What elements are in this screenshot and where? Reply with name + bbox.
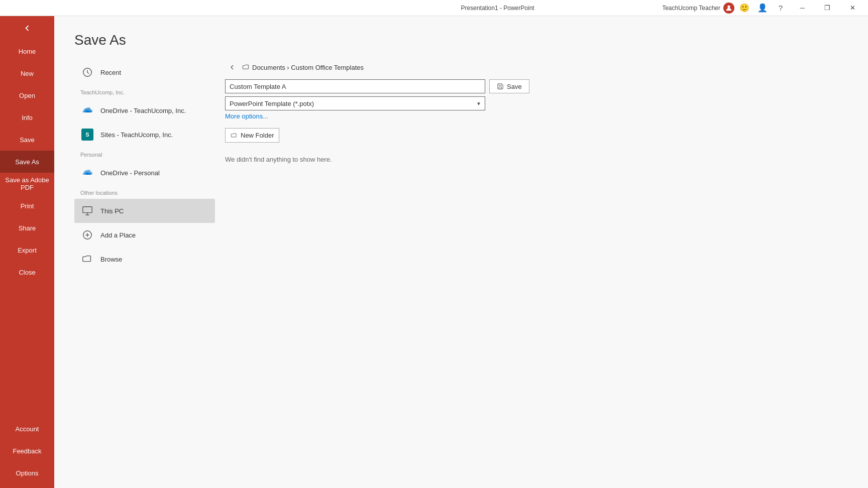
breadcrumb-path: Documents › Custom Office Templates [242, 63, 364, 71]
svg-point-0 [727, 5, 730, 8]
sidebar-back-button[interactable] [0, 16, 54, 40]
teachucomp-section-label: TeachUcomp, Inc. [74, 84, 215, 98]
new-folder-button[interactable]: New Folder [225, 128, 279, 143]
format-select[interactable]: PowerPoint Template (*.potx) PowerPoint … [225, 96, 485, 110]
sidebar-item-info[interactable]: Info [0, 106, 54, 129]
sidebar-item-home[interactable]: Home [0, 40, 54, 62]
window-title: Presentation1 - PowerPoint [333, 5, 662, 12]
sidebar-item-feedback[interactable]: Feedback [0, 440, 54, 462]
window-controls: TeachUcomp Teacher 🙂 👤 ? ─ ❐ ✕ [662, 0, 864, 16]
sharepoint-icon: S [80, 128, 94, 142]
user-info: TeachUcomp Teacher [662, 3, 734, 14]
other-section-label: Other locations [74, 185, 215, 199]
format-select-wrapper: PowerPoint Template (*.potx) PowerPoint … [225, 96, 485, 110]
filename-input[interactable] [225, 79, 485, 93]
save-panel: Documents › Custom Office Templates Save [215, 60, 848, 478]
sidebar: Home New Open Info Save Save As Save as … [0, 16, 54, 488]
location-add-place[interactable]: Add a Place [74, 223, 215, 247]
page-title: Save As [74, 32, 848, 48]
location-panel: Recent TeachUcomp, Inc. OneDrive - Teach… [74, 60, 215, 478]
main-area: Recent TeachUcomp, Inc. OneDrive - Teach… [74, 60, 848, 478]
sidebar-item-open[interactable]: Open [0, 84, 54, 106]
restore-button[interactable]: ❐ [816, 0, 839, 16]
onedrive-teach-icon [80, 103, 94, 117]
save-button[interactable]: Save [489, 79, 529, 93]
sidebar-item-export[interactable]: Export [0, 239, 54, 261]
sidebar-nav: Home New Open Info Save Save As Save as … [0, 40, 54, 418]
sidebar-item-save-adobe[interactable]: Save as Adobe PDF [0, 173, 54, 195]
location-recent[interactable]: Recent [74, 60, 215, 84]
svg-rect-8 [499, 87, 502, 89]
breadcrumb-bar: Documents › Custom Office Templates [225, 60, 848, 74]
empty-message: We didn't find anything to show here. [225, 151, 848, 168]
location-browse[interactable]: Browse [74, 247, 215, 271]
sidebar-item-save[interactable]: Save [0, 129, 54, 151]
personal-section-label: Personal [74, 147, 215, 161]
location-sites-teach[interactable]: S Sites - TeachUcomp, Inc. [74, 123, 215, 147]
close-button[interactable]: ✕ [841, 0, 864, 16]
more-options-link[interactable]: More options... [225, 112, 848, 120]
add-place-icon [80, 228, 94, 242]
sidebar-item-new[interactable]: New [0, 62, 54, 84]
sidebar-item-share[interactable]: Share [0, 217, 54, 239]
location-onedrive-teach[interactable]: OneDrive - TeachUcomp, Inc. [74, 98, 215, 123]
onedrive-personal-icon [80, 166, 94, 180]
sidebar-item-options[interactable]: Options [0, 462, 54, 484]
sidebar-item-save-as[interactable]: Save As [0, 151, 54, 173]
main-content: Save As Recent TeachUcomp, Inc. [54, 16, 868, 488]
filename-row: Save [225, 79, 848, 93]
breadcrumb-back-button[interactable] [225, 60, 239, 74]
format-row: PowerPoint Template (*.potx) PowerPoint … [225, 96, 848, 110]
emoji-icon[interactable]: 🙂 [736, 0, 752, 16]
profile-avatar[interactable] [723, 3, 734, 14]
account-icon[interactable]: 👤 [754, 0, 771, 16]
pc-icon [80, 204, 94, 218]
sidebar-bottom: Account Feedback Options [0, 418, 54, 488]
browse-icon [80, 252, 94, 266]
sidebar-item-print[interactable]: Print [0, 195, 54, 217]
title-bar: Presentation1 - PowerPoint TeachUcomp Te… [0, 0, 868, 16]
help-icon[interactable]: ? [773, 0, 789, 16]
svg-rect-2 [83, 207, 92, 213]
sidebar-item-close[interactable]: Close [0, 261, 54, 283]
app-body: Home New Open Info Save Save As Save as … [0, 16, 868, 488]
username-label: TeachUcomp Teacher [662, 5, 720, 12]
sharepoint-logo: S [81, 129, 93, 141]
location-this-pc[interactable]: This PC [74, 199, 215, 223]
sidebar-item-account[interactable]: Account [0, 418, 54, 440]
recent-icon [80, 65, 94, 79]
location-onedrive-personal[interactable]: OneDrive - Personal [74, 161, 215, 185]
minimize-button[interactable]: ─ [791, 0, 814, 16]
breadcrumb-text: Documents › Custom Office Templates [252, 64, 364, 71]
